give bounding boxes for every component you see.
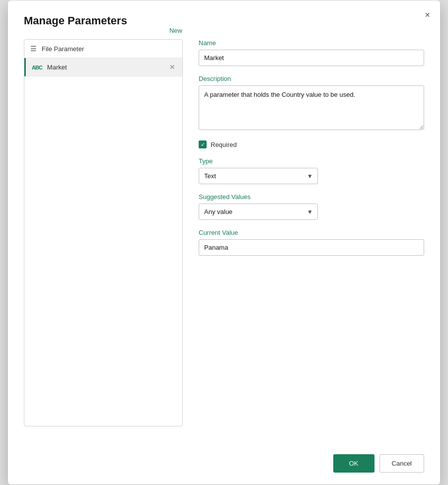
close-button[interactable]: × xyxy=(423,8,432,21)
type-select[interactable]: Text Number Date Date/Time Duration Logi… xyxy=(199,168,318,184)
list-item[interactable]: ☰ File Parameter xyxy=(24,40,182,58)
description-field-group: Description A parameter that holds the C… xyxy=(199,75,424,132)
list-icon: ☰ xyxy=(30,45,37,53)
type-select-wrapper: Text Number Date Date/Time Duration Logi… xyxy=(199,168,318,184)
description-label: Description xyxy=(199,75,424,82)
dialog-footer: OK Cancel xyxy=(24,446,424,473)
dialog-title: Manage Parameters xyxy=(24,14,424,27)
param-item-label: Market xyxy=(47,64,163,71)
suggested-values-select[interactable]: Any value List of values Query xyxy=(199,204,318,220)
parameter-list: ☰ File Parameter ABC Market ✕ xyxy=(24,40,182,76)
current-value-field-group: Current Value xyxy=(199,229,424,256)
type-field-group: Type Text Number Date Date/Time Duration… xyxy=(199,157,424,184)
current-value-label: Current Value xyxy=(199,229,424,236)
right-panel: Name Description A parameter that holds … xyxy=(183,39,424,426)
name-field-group: Name xyxy=(199,39,424,66)
required-checkbox[interactable]: ✓ xyxy=(199,140,207,148)
description-input[interactable]: A parameter that holds the Country value… xyxy=(199,85,424,130)
required-row: ✓ Required xyxy=(199,140,424,148)
param-item-label: File Parameter xyxy=(42,45,176,53)
name-input[interactable] xyxy=(199,50,424,66)
suggested-values-label: Suggested Values xyxy=(199,193,424,201)
cancel-button[interactable]: Cancel xyxy=(379,454,424,473)
content-area: New ☰ File Parameter ABC Market ✕ Name xyxy=(24,39,424,426)
current-value-input[interactable] xyxy=(199,239,424,256)
manage-parameters-dialog: × Manage Parameters New ☰ File Parameter… xyxy=(8,0,440,485)
ok-button[interactable]: OK xyxy=(333,454,374,473)
suggested-values-field-group: Suggested Values Any value List of value… xyxy=(199,193,424,220)
new-parameter-link[interactable]: New xyxy=(169,27,182,34)
suggested-values-select-wrapper: Any value List of values Query ▼ xyxy=(199,204,318,220)
name-label: Name xyxy=(199,39,424,47)
left-panel: New ☰ File Parameter ABC Market ✕ xyxy=(24,39,183,426)
abc-icon: ABC xyxy=(32,63,42,71)
remove-parameter-button[interactable]: ✕ xyxy=(168,63,176,71)
type-label: Type xyxy=(199,157,424,165)
list-item[interactable]: ABC Market ✕ xyxy=(24,58,182,76)
required-label: Required xyxy=(211,141,237,148)
checkmark-icon: ✓ xyxy=(201,142,205,147)
